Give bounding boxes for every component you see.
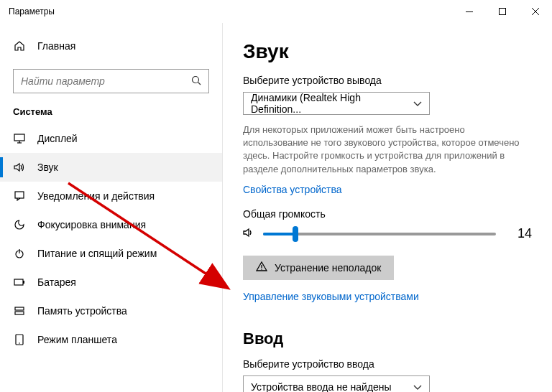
- sidebar-section-title: Система: [0, 106, 222, 124]
- input-device-select[interactable]: Устройства ввода не найдены: [243, 375, 430, 392]
- svg-rect-12: [15, 307, 24, 310]
- battery-icon: [13, 279, 26, 286]
- sidebar-item-label: Дисплей: [37, 133, 78, 144]
- svg-rect-11: [23, 281, 24, 284]
- svg-rect-1: [500, 9, 506, 15]
- overall-volume-label: Общая громкость: [243, 208, 532, 220]
- input-heading: Ввод: [243, 330, 532, 348]
- warning-icon: [256, 261, 267, 274]
- sidebar-item-label: Батарея: [37, 276, 76, 288]
- search-field[interactable]: [21, 75, 191, 87]
- sidebar-item-display[interactable]: Дисплей: [0, 124, 222, 153]
- storage-icon: [13, 306, 26, 316]
- sidebar-home-label: Главная: [37, 40, 75, 52]
- focus-icon: [13, 220, 26, 230]
- search-input[interactable]: [13, 69, 209, 93]
- troubleshoot-label: Устранение неполадок: [275, 262, 381, 274]
- input-device-value: Устройства ввода не найдены: [251, 381, 392, 392]
- svg-rect-7: [15, 192, 24, 198]
- sidebar-item-label: Звук: [37, 162, 58, 173]
- sidebar-item-sound[interactable]: Звук: [0, 153, 222, 182]
- sidebar-item-label: Память устройства: [37, 305, 127, 317]
- sidebar-item-focus[interactable]: Фокусировка внимания: [0, 210, 222, 239]
- display-icon: [13, 134, 26, 144]
- chevron-down-icon: [413, 381, 422, 392]
- volume-thumb[interactable]: [293, 226, 298, 242]
- home-icon: [13, 40, 26, 52]
- svg-rect-4: [14, 134, 24, 141]
- svg-point-2: [193, 76, 199, 83]
- chevron-down-icon: [413, 98, 422, 109]
- svg-point-15: [19, 342, 20, 344]
- sidebar-item-power[interactable]: Питание и спящий режим: [0, 239, 222, 268]
- power-icon: [13, 248, 26, 258]
- sidebar-item-tablet[interactable]: Режим планшета: [0, 325, 222, 354]
- device-properties-link[interactable]: Свойства устройства: [243, 184, 342, 195]
- output-device-label: Выберите устройство вывода: [243, 75, 532, 86]
- volume-slider[interactable]: [263, 225, 496, 243]
- tablet-icon: [13, 334, 26, 345]
- close-button[interactable]: [519, 0, 552, 23]
- svg-point-17: [261, 269, 262, 270]
- sidebar-item-storage[interactable]: Память устройства: [0, 297, 222, 325]
- search-icon: [191, 75, 201, 88]
- page-title: Звук: [243, 40, 532, 63]
- sidebar-item-label: Питание и спящий режим: [37, 248, 157, 259]
- sidebar-item-battery[interactable]: Батарея: [0, 268, 222, 297]
- volume-value: 14: [503, 226, 532, 241]
- output-help-text: Для некоторых приложений может быть наст…: [243, 123, 532, 176]
- minimize-button[interactable]: [453, 0, 486, 23]
- maximize-button[interactable]: [486, 0, 519, 23]
- sidebar-item-notifications[interactable]: Уведомления и действия: [0, 182, 222, 210]
- sound-icon: [13, 162, 26, 172]
- troubleshoot-button[interactable]: Устранение неполадок: [243, 256, 394, 280]
- sidebar-item-label: Режим планшета: [37, 334, 117, 345]
- output-device-value: Динамики (Realtek High Definition...: [251, 92, 413, 115]
- window-title: Параметры: [9, 6, 55, 17]
- input-device-label: Выберите устройство ввода: [243, 358, 532, 370]
- manage-devices-link[interactable]: Управление звуковыми устройствами: [243, 291, 419, 302]
- svg-rect-0: [466, 11, 473, 12]
- output-device-select[interactable]: Динамики (Realtek High Definition...: [243, 92, 430, 115]
- svg-rect-13: [15, 312, 24, 314]
- svg-rect-10: [14, 279, 23, 285]
- volume-icon[interactable]: [243, 227, 256, 241]
- svg-line-3: [198, 82, 201, 85]
- notifications-icon: [13, 191, 26, 201]
- sidebar-home[interactable]: Главная: [0, 32, 222, 60]
- sidebar-item-label: Фокусировка внимания: [37, 219, 146, 230]
- sidebar-item-label: Уведомления и действия: [37, 190, 155, 202]
